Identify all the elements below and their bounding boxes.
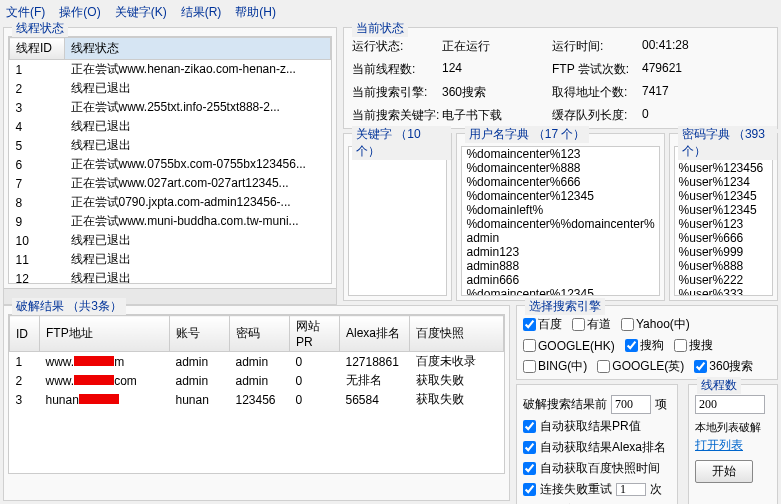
current-status-group: 当前状态 运行状态:正在运行 运行时间:00:41:28 当前线程数:124 F…	[343, 27, 778, 129]
engine-option[interactable]: Yahoo(中)	[621, 316, 690, 333]
table-row[interactable]: 3hunanhunan123456056584获取失败	[10, 390, 504, 409]
engine-checkbox[interactable]	[597, 360, 610, 373]
input-retry[interactable]	[616, 483, 646, 496]
table-row[interactable]: 7正在尝试www.027art.com-027art12345...	[10, 174, 331, 193]
engine-option[interactable]: 360搜索	[694, 358, 753, 375]
list-item[interactable]: admin123	[462, 245, 658, 259]
engine-label: BING(中)	[538, 358, 587, 375]
table-row[interactable]: 2线程已退出	[10, 79, 331, 98]
engine-option[interactable]: GOOGLE(英)	[597, 358, 684, 375]
list-item[interactable]: admin666	[462, 273, 658, 287]
engine-option[interactable]: 搜狗	[625, 337, 664, 354]
crack-results-title: 破解结果 （共3条）	[12, 298, 126, 315]
chk-pr[interactable]	[523, 420, 536, 433]
menu-file[interactable]: 文件(F)	[6, 4, 45, 21]
list-item[interactable]: %domaincenter%%domaincenter%	[462, 217, 658, 231]
list-item[interactable]: %domaincenter%666	[462, 175, 658, 189]
col-user[interactable]: 账号	[170, 316, 230, 352]
link-open-list[interactable]: 打开列表	[695, 437, 771, 454]
col-ftp[interactable]: FTP地址	[40, 316, 170, 352]
table-row[interactable]: 11线程已退出	[10, 250, 331, 269]
thread-table[interactable]: 线程ID 线程状态 1正在尝试www.henan-zikao.com-henan…	[9, 37, 331, 284]
menu-help[interactable]: 帮助(H)	[235, 4, 276, 21]
list-item[interactable]: %domainleft%	[462, 203, 658, 217]
menu-ops[interactable]: 操作(O)	[59, 4, 100, 21]
list-item[interactable]: %user%222	[675, 273, 772, 287]
list-item[interactable]: %user%666	[675, 231, 772, 245]
chk-retry[interactable]	[523, 483, 536, 496]
table-row[interactable]: 2www.comadminadmin0无排名获取失败	[10, 371, 504, 390]
list-item[interactable]: %user%12345	[675, 189, 772, 203]
table-row[interactable]: 12线程已退出	[10, 269, 331, 284]
col-pr[interactable]: 网站PR	[290, 316, 340, 352]
list-item[interactable]: %user%12345	[675, 203, 772, 217]
table-row[interactable]: 10线程已退出	[10, 231, 331, 250]
list-item[interactable]: admin	[462, 231, 658, 245]
keyword-list[interactable]	[348, 146, 447, 296]
start-button[interactable]: 开始	[695, 460, 753, 483]
user-list[interactable]: %domaincenter%123%domaincenter%888%domai…	[461, 146, 659, 296]
list-item[interactable]: %domaincenter%123	[462, 147, 658, 161]
chk-alexa[interactable]	[523, 441, 536, 454]
engine-checkbox[interactable]	[523, 339, 536, 352]
val-ftp-tries: 479621	[642, 61, 722, 78]
engine-checkbox[interactable]	[523, 318, 536, 331]
list-item[interactable]: %user%999	[675, 245, 772, 259]
engine-option[interactable]: 搜搜	[674, 337, 713, 354]
val-run-time: 00:41:28	[642, 38, 722, 55]
keyword-dict-group: 关键字 （10 个）	[343, 133, 452, 301]
engine-group: 选择搜索引擎 百度有道Yahoo(中)GOOGLE(HK)搜狗搜搜BING(中)…	[516, 305, 778, 380]
table-row[interactable]: 9正在尝试www.muni-buddha.com.tw-muni...	[10, 212, 331, 231]
engine-checkbox[interactable]	[572, 318, 585, 331]
menu-keywords[interactable]: 关键字(K)	[115, 4, 167, 21]
table-row[interactable]: 1www.madminadmin012718861百度未收录	[10, 352, 504, 372]
engine-option[interactable]: BING(中)	[523, 358, 587, 375]
table-row[interactable]: 8正在尝试0790.jxpta.com-admin123456-...	[10, 193, 331, 212]
list-item[interactable]: %domaincenter%888	[462, 161, 658, 175]
lbl-prefix-unit: 项	[655, 396, 667, 413]
engine-checkbox[interactable]	[523, 360, 536, 373]
engine-checkbox[interactable]	[694, 360, 707, 373]
input-result-count[interactable]	[611, 395, 651, 414]
engine-option[interactable]: 百度	[523, 316, 562, 333]
col-id[interactable]: ID	[10, 316, 40, 352]
list-item[interactable]: %user%333	[675, 287, 772, 296]
table-row[interactable]: 4线程已退出	[10, 117, 331, 136]
lbl-engine: 当前搜索引擎:	[352, 84, 442, 101]
menu-results[interactable]: 结果(R)	[181, 4, 222, 21]
chk-snap[interactable]	[523, 462, 536, 475]
engine-label: 搜搜	[689, 337, 713, 354]
list-item[interactable]: %user%888	[675, 259, 772, 273]
table-row[interactable]: 3正在尝试www.255txt.info-255txt888-2...	[10, 98, 331, 117]
col-pass[interactable]: 密码	[230, 316, 290, 352]
table-row[interactable]: 1正在尝试www.henan-zikao.com-henan-z...	[10, 60, 331, 80]
crack-table[interactable]: ID FTP地址 账号 密码 网站PR Alexa排名 百度快照 1www.ma…	[9, 315, 504, 409]
col-thread-status[interactable]: 线程状态	[65, 38, 331, 60]
col-thread-id[interactable]: 线程ID	[10, 38, 65, 60]
pass-list[interactable]: %user%%user%123456%user%1234%user%12345%…	[674, 146, 773, 296]
engine-checkbox[interactable]	[674, 339, 687, 352]
threads-title: 线程数	[697, 377, 741, 394]
engine-checkbox[interactable]	[625, 339, 638, 352]
engine-checkbox[interactable]	[621, 318, 634, 331]
lbl-ftp-tries: FTP 尝试次数:	[552, 61, 642, 78]
list-item[interactable]: %domaincenter%12345	[462, 189, 658, 203]
lbl-retry: 连接失败重试	[540, 481, 612, 498]
col-baidu[interactable]: 百度快照	[410, 316, 504, 352]
list-item[interactable]: admin888	[462, 259, 658, 273]
table-row[interactable]: 6正在尝试www.0755bx.com-0755bx123456...	[10, 155, 331, 174]
current-status-title: 当前状态	[352, 20, 408, 37]
input-threads[interactable]	[695, 395, 765, 414]
col-alexa[interactable]: Alexa排名	[340, 316, 410, 352]
engine-option[interactable]: GOOGLE(HK)	[523, 337, 615, 354]
engine-label: 百度	[538, 316, 562, 333]
list-item[interactable]: %user%123	[675, 217, 772, 231]
val-threads: 124	[442, 61, 552, 78]
list-item[interactable]: %user%1234	[675, 175, 772, 189]
engine-option[interactable]: 有道	[572, 316, 611, 333]
table-row[interactable]: 5线程已退出	[10, 136, 331, 155]
pass-dict-title: 密码字典 （393 个）	[678, 126, 777, 160]
list-item[interactable]: %domaincenter%12345	[462, 287, 658, 296]
list-item[interactable]: %user%123456	[675, 161, 772, 175]
val-engine: 360搜索	[442, 84, 552, 101]
